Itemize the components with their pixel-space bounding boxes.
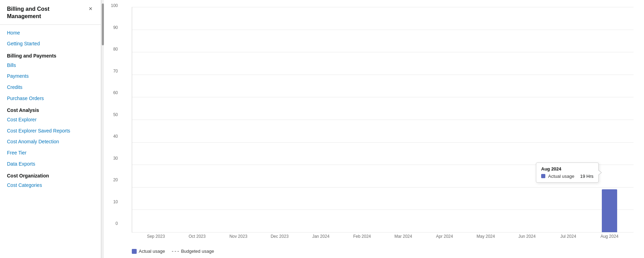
sidebar-item-getting-started[interactable]: Getting Started <box>0 38 101 50</box>
bar-slot <box>589 7 630 232</box>
y-label: 30 <box>113 156 118 160</box>
sidebar-title: Billing and Cost Management <box>7 6 84 20</box>
sidebar-item-cost-categories[interactable]: Cost Categories <box>0 180 101 191</box>
y-label: 100 <box>111 3 118 8</box>
sidebar-item-payments[interactable]: Payments <box>0 71 101 82</box>
bar-Aug-2024 <box>602 189 617 232</box>
bar-slot <box>383 7 424 232</box>
tooltip-label: Actual usage <box>548 174 577 179</box>
legend-actual: Actual usage <box>132 249 165 254</box>
sidebar-section-cost-analysis: Cost Analysis <box>0 104 101 114</box>
bar-slot <box>136 7 177 232</box>
x-label: Feb 2024 <box>341 234 382 239</box>
y-label: 40 <box>113 134 118 138</box>
legend: Actual usage Budgeted usage <box>132 246 644 258</box>
bars-container <box>132 7 634 232</box>
bar-slot <box>177 7 218 232</box>
sidebar-section-cost-organization: Cost Organization <box>0 169 101 180</box>
sidebar-item-free-tier[interactable]: Free Tier <box>0 147 101 159</box>
y-label: 60 <box>113 91 118 95</box>
x-label: Dec 2023 <box>259 234 300 239</box>
sidebar: Billing and Cost Management × HomeGettin… <box>0 0 101 258</box>
bar-slot <box>301 7 342 232</box>
sidebar-item-data-exports[interactable]: Data Exports <box>0 159 101 170</box>
sidebar-item-cost-explorer[interactable]: Cost Explorer <box>0 114 101 126</box>
legend-actual-label: Actual usage <box>139 249 165 254</box>
bar-slot <box>259 7 301 232</box>
bar-slot <box>548 7 589 232</box>
sidebar-item-purchase-orders[interactable]: Purchase Orders <box>0 93 101 104</box>
y-label: 10 <box>113 200 118 204</box>
tooltip-title: Aug 2024 <box>541 166 593 172</box>
close-button[interactable]: × <box>87 6 94 12</box>
y-label: 80 <box>113 47 118 51</box>
bar-slot <box>465 7 506 232</box>
legend-budgeted-label: Budgeted usage <box>181 249 214 254</box>
y-label: 70 <box>113 69 118 73</box>
grid-line <box>132 232 634 233</box>
bar-slot <box>342 7 383 232</box>
y-label: 50 <box>113 113 118 117</box>
y-axis: 1009080706050403020100 <box>111 3 118 226</box>
y-label: 20 <box>113 178 118 182</box>
tooltip-value: 19 Hrs <box>580 174 593 179</box>
chart-inner: Aug 2024Actual usage19 Hrs <box>132 7 634 233</box>
sidebar-header: Billing and Cost Management × <box>0 0 101 25</box>
sidebar-item-credits[interactable]: Credits <box>0 82 101 93</box>
tooltip-arrow-inner <box>598 170 601 175</box>
main-content: 1009080706050403020100Aug 2024Actual usa… <box>104 0 644 258</box>
legend-actual-icon <box>132 249 137 254</box>
x-label: Mar 2024 <box>383 234 424 239</box>
tooltip-row: Actual usage19 Hrs <box>541 174 593 179</box>
sidebar-item-bills[interactable]: Bills <box>0 60 101 71</box>
x-axis: Sep 2023Oct 2023Nov 2023Dec 2023Jan 2024… <box>132 233 634 239</box>
x-label: Sep 2023 <box>135 234 176 239</box>
sidebar-section-billing-payments: Billing and Payments <box>0 50 101 60</box>
x-label: Nov 2023 <box>218 234 259 239</box>
x-label: Jul 2024 <box>548 234 589 239</box>
tooltip-color-box <box>541 174 545 178</box>
sidebar-nav: HomeGetting StartedBilling and PaymentsB… <box>0 25 101 258</box>
legend-budgeted: Budgeted usage <box>172 249 214 254</box>
sidebar-item-cost-anomaly-detection[interactable]: Cost Anomaly Detection <box>0 136 101 147</box>
y-label: 0 <box>115 221 118 226</box>
x-label: Jan 2024 <box>300 234 341 239</box>
chart-area: 1009080706050403020100Aug 2024Actual usa… <box>104 0 644 246</box>
bar-slot <box>507 7 548 232</box>
x-label: May 2024 <box>465 234 506 239</box>
sidebar-item-home[interactable]: Home <box>0 28 101 39</box>
legend-budgeted-icon <box>172 251 179 252</box>
x-label: Apr 2024 <box>424 234 465 239</box>
scrollbar-track[interactable] <box>101 0 104 258</box>
chart-tooltip: Aug 2024Actual usage19 Hrs <box>536 162 599 183</box>
y-label: 90 <box>113 25 118 30</box>
bar-slot <box>424 7 465 232</box>
x-label: Oct 2023 <box>176 234 218 239</box>
bar-slot <box>218 7 259 232</box>
x-label: Aug 2024 <box>589 234 630 239</box>
x-label: Jun 2024 <box>506 234 547 239</box>
sidebar-item-cost-explorer-saved-reports[interactable]: Cost Explorer Saved Reports <box>0 126 101 137</box>
